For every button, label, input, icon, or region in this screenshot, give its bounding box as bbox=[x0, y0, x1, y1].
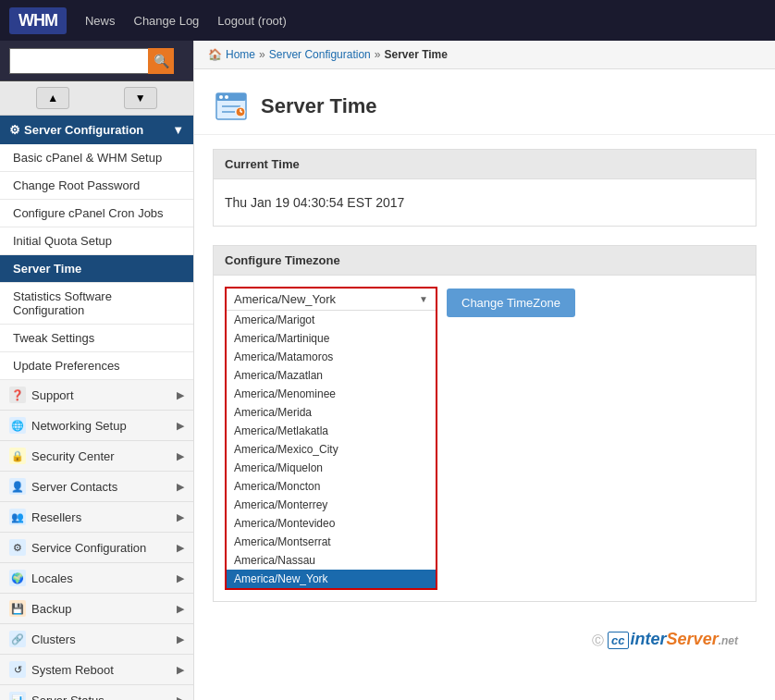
service-config-icon: ⚙ bbox=[9, 539, 26, 556]
sidebar-group-clusters[interactable]: 🔗 Clusters ▶ bbox=[0, 624, 193, 655]
page-header: Server Time bbox=[194, 69, 775, 135]
timezone-list-item[interactable]: America/Mazatlan bbox=[227, 366, 436, 385]
search-icon: 🔍 bbox=[154, 54, 169, 68]
timezone-list-item[interactable]: America/Montevideo bbox=[227, 514, 436, 533]
sidebar-item-statistics[interactable]: Statistics Software Configuration bbox=[0, 283, 193, 325]
breadcrumb-sep2: » bbox=[375, 48, 381, 61]
cc-badge: cc bbox=[608, 632, 628, 649]
timezone-section: Configure Timezone America/New_York ▼ Am… bbox=[213, 245, 757, 602]
sidebar-group-server-status[interactable]: 📊 Server Status ▶ bbox=[0, 685, 193, 700]
page-header-icon bbox=[213, 88, 250, 125]
server-status-arrow: ▶ bbox=[177, 694, 184, 701]
service-config-arrow: ▶ bbox=[177, 542, 184, 554]
current-time-content: Thu Jan 19 04:30:54 EST 2017 bbox=[214, 179, 756, 226]
sidebar-item-update-prefs[interactable]: Update Preferences bbox=[0, 352, 193, 380]
sidebar-group-system-reboot[interactable]: ↺ System Reboot ▶ bbox=[0, 655, 193, 685]
sidebar-item-tweak-settings[interactable]: Tweak Settings bbox=[0, 325, 193, 352]
main-content: 🏠 Home » Server Configuration » Server T… bbox=[194, 41, 775, 700]
sidebar-group-security[interactable]: 🔒 Security Center ▶ bbox=[0, 441, 193, 472]
networking-icon: 🌐 bbox=[9, 417, 26, 434]
search-button[interactable]: 🔍 bbox=[148, 48, 174, 74]
timezone-list-item[interactable]: America/Merida bbox=[227, 403, 436, 422]
interserver-logo: Ⓒ ccinterServer.net bbox=[213, 620, 757, 658]
timezone-list-item[interactable]: America/Montserrat bbox=[227, 533, 436, 551]
timezone-header: Configure Timezone bbox=[214, 246, 756, 276]
server-status-icon: 📊 bbox=[9, 692, 26, 700]
search-bar: 🔍 bbox=[0, 41, 193, 81]
sidebar-group-support[interactable]: ❓ Support ▶ bbox=[0, 380, 193, 411]
timezone-list[interactable]: America/Los_AngelesAmerica/Lower_Princes… bbox=[227, 311, 436, 588]
sidebar-item-basic-cpanel[interactable]: Basic cPanel & WHM Setup bbox=[0, 144, 193, 172]
sidebar-section-label: Server Configuration bbox=[24, 123, 172, 137]
timezone-list-item[interactable]: America/Martinique bbox=[227, 329, 436, 348]
sidebar-group-networking[interactable]: 🌐 Networking Setup ▶ bbox=[0, 411, 193, 441]
whm-logo: WHM bbox=[9, 7, 67, 34]
scroll-down-button[interactable]: ▼ bbox=[124, 87, 157, 109]
sidebar: 🔍 ▲ ▼ ⚙ Server Configuration ▼ Basic cPa… bbox=[0, 41, 194, 700]
svg-point-3 bbox=[225, 95, 228, 99]
current-time-value: Thu Jan 19 04:30:54 EST 2017 bbox=[225, 190, 744, 215]
sidebar-section-arrow: ▼ bbox=[172, 123, 184, 137]
timezone-list-item[interactable]: America/Nassau bbox=[227, 551, 436, 570]
sidebar-item-initial-quota[interactable]: Initial Quota Setup bbox=[0, 227, 193, 255]
breadcrumb: 🏠 Home » Server Configuration » Server T… bbox=[194, 41, 775, 69]
sidebar-item-change-root[interactable]: Change Root Password bbox=[0, 172, 193, 200]
svg-point-2 bbox=[219, 95, 223, 99]
sidebar-nav-arrows: ▲ ▼ bbox=[0, 81, 193, 116]
cc-symbol: Ⓒ bbox=[592, 633, 604, 647]
system-reboot-arrow: ▶ bbox=[177, 664, 184, 676]
sidebar-group-service-config[interactable]: ⚙ Service Configuration ▶ bbox=[0, 533, 193, 563]
security-arrow: ▶ bbox=[177, 450, 184, 462]
timezone-list-item[interactable]: America/Mexico_City bbox=[227, 440, 436, 459]
nav-logout[interactable]: Logout (root) bbox=[217, 14, 286, 28]
security-icon: 🔒 bbox=[9, 448, 26, 464]
timezone-list-item[interactable]: America/New_York bbox=[227, 570, 436, 588]
sidebar-group-locales[interactable]: 🌍 Locales ▶ bbox=[0, 563, 193, 594]
breadcrumb-sep1: » bbox=[259, 48, 265, 61]
scroll-up-button[interactable]: ▲ bbox=[36, 87, 69, 109]
timezone-content: America/New_York ▼ America/Los_AngelesAm… bbox=[214, 276, 756, 601]
page-title: Server Time bbox=[261, 94, 377, 118]
resellers-icon: 👥 bbox=[9, 509, 26, 525]
breadcrumb-section-link[interactable]: Server Configuration bbox=[269, 48, 371, 61]
sidebar-section-icon: ⚙ bbox=[9, 123, 20, 137]
backup-icon: 💾 bbox=[9, 600, 26, 617]
change-timezone-button[interactable]: Change TimeZone bbox=[447, 289, 575, 317]
breadcrumb-current: Server Time bbox=[384, 48, 448, 61]
resellers-arrow: ▶ bbox=[177, 511, 184, 523]
search-input[interactable] bbox=[9, 48, 148, 74]
networking-arrow: ▶ bbox=[177, 420, 184, 432]
timezone-select-row: America/New_York ▼ America/Los_AngelesAm… bbox=[225, 287, 744, 590]
timezone-list-item[interactable]: America/Marigot bbox=[227, 311, 436, 329]
breadcrumb-home-link[interactable]: Home bbox=[226, 48, 255, 61]
locales-arrow: ▶ bbox=[177, 572, 184, 584]
support-arrow: ▶ bbox=[177, 389, 184, 401]
timezone-list-item[interactable]: America/Moncton bbox=[227, 477, 436, 496]
timezone-selected-value: America/New_York bbox=[234, 292, 336, 306]
contacts-icon: 👤 bbox=[9, 478, 26, 495]
timezone-list-item[interactable]: America/Monterrey bbox=[227, 496, 436, 514]
contacts-arrow: ▶ bbox=[177, 481, 184, 493]
sidebar-group-resellers[interactable]: 👥 Resellers ▶ bbox=[0, 502, 193, 533]
timezone-list-item[interactable]: America/Miquelon bbox=[227, 459, 436, 477]
sidebar-group-backup[interactable]: 💾 Backup ▶ bbox=[0, 594, 193, 624]
sidebar-group-contacts[interactable]: 👤 Server Contacts ▶ bbox=[0, 472, 193, 502]
clusters-arrow: ▶ bbox=[177, 633, 184, 645]
timezone-select-container: America/New_York ▼ America/Los_AngelesAm… bbox=[225, 287, 437, 590]
sidebar-item-server-time[interactable]: Server Time bbox=[0, 255, 193, 283]
timezone-dropdown-arrow: ▼ bbox=[419, 294, 428, 304]
sidebar-item-cron-jobs[interactable]: Configure cPanel Cron Jobs bbox=[0, 200, 193, 227]
breadcrumb-home-icon: 🏠 bbox=[208, 48, 222, 61]
interserver-brand: ccinterServer.net bbox=[608, 630, 738, 648]
timezone-list-item[interactable]: America/Matamoros bbox=[227, 348, 436, 366]
timezone-list-item[interactable]: America/Metlakatla bbox=[227, 422, 436, 440]
sidebar-active-section[interactable]: ⚙ Server Configuration ▼ bbox=[0, 116, 193, 144]
timezone-list-item[interactable]: America/Menominee bbox=[227, 385, 436, 403]
timezone-selected-display[interactable]: America/New_York ▼ bbox=[227, 289, 436, 311]
main-layout: 🔍 ▲ ▼ ⚙ Server Configuration ▼ Basic cPa… bbox=[0, 41, 775, 700]
current-time-header: Current Time bbox=[214, 150, 756, 179]
support-icon: ❓ bbox=[9, 387, 26, 403]
system-reboot-icon: ↺ bbox=[9, 661, 26, 678]
nav-changelog[interactable]: Change Log bbox=[134, 14, 200, 28]
nav-news[interactable]: News bbox=[85, 14, 116, 28]
